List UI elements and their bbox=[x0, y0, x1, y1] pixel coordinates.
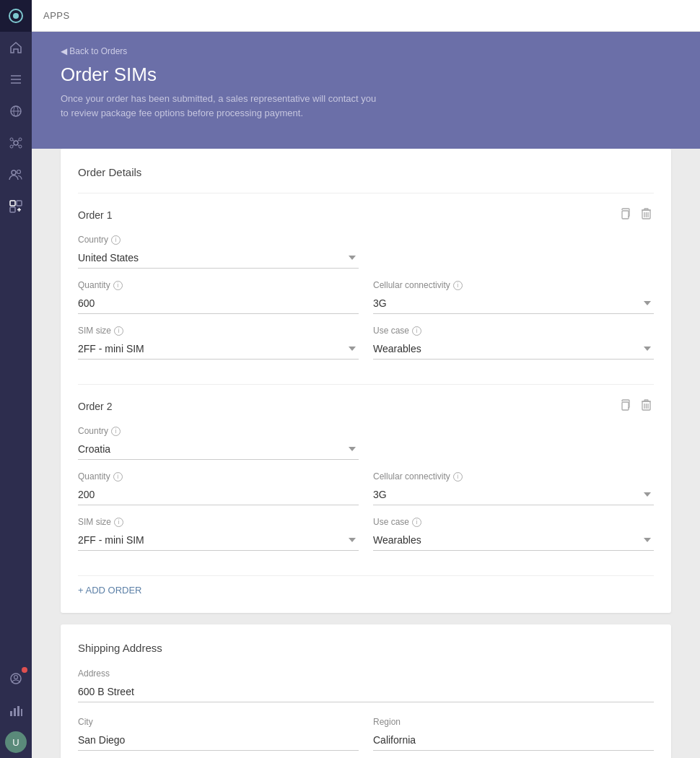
avatar-initials: U bbox=[12, 737, 19, 748]
shipping-address-card: Shipping Address Address City Region Cal… bbox=[61, 624, 671, 758]
order-2-copy-button[interactable] bbox=[617, 398, 633, 414]
sidebar-logo[interactable] bbox=[0, 0, 32, 32]
content-area: Order Details Order 1 bbox=[32, 149, 700, 758]
order-1-sim-label: SIM size i bbox=[78, 326, 359, 336]
svg-rect-29 bbox=[21, 709, 22, 716]
order-1-sim-usecase-row: SIM size i 2FF - mini SIM 3FF - micro SI… bbox=[78, 326, 654, 360]
shipping-address-label: Address bbox=[78, 668, 654, 679]
sidebar-item-analytics[interactable] bbox=[0, 694, 32, 726]
order-2-country-row: Country i Croatia United States Germany bbox=[78, 426, 654, 460]
svg-point-25 bbox=[14, 676, 18, 679]
order-2-header: Order 2 bbox=[78, 398, 654, 414]
order-1-quantity-info-icon[interactable]: i bbox=[113, 281, 123, 290]
order-1-sim-group: SIM size i 2FF - mini SIM 3FF - micro SI… bbox=[78, 326, 359, 360]
page-title: Order SIMs bbox=[61, 64, 671, 86]
shipping-city-col: City bbox=[78, 717, 359, 751]
page-subtitle: Once your order has been submitted, a sa… bbox=[61, 92, 378, 120]
order-1-cellular-info-icon[interactable]: i bbox=[453, 281, 463, 290]
svg-rect-36 bbox=[622, 402, 629, 410]
order-1-quantity-label: Quantity i bbox=[78, 280, 359, 290]
order-1-sim-info-icon[interactable]: i bbox=[114, 326, 123, 336]
order-1-copy-button[interactable] bbox=[617, 206, 633, 223]
order-2-cellular-info-icon[interactable]: i bbox=[453, 472, 463, 482]
shipping-city-label: City bbox=[78, 717, 359, 727]
order-2-country-info-icon[interactable]: i bbox=[111, 427, 121, 436]
svg-rect-19 bbox=[10, 201, 15, 206]
shipping-region-label: Region bbox=[373, 717, 654, 727]
svg-rect-27 bbox=[14, 708, 16, 716]
order-2-usecase-label: Use case i bbox=[373, 517, 654, 527]
sidebar-item-notifications[interactable] bbox=[0, 663, 32, 694]
sidebar-item-globe[interactable] bbox=[0, 95, 32, 127]
sidebar-item-grid-add[interactable] bbox=[0, 191, 32, 222]
order-2-sim-group: SIM size i 2FF - mini SIM 3FF - micro SI… bbox=[78, 517, 359, 551]
order-2-quantity-input[interactable] bbox=[78, 484, 359, 505]
svg-point-18 bbox=[17, 170, 21, 174]
sidebar-item-network[interactable] bbox=[0, 127, 32, 159]
shipping-city-region-row: City Region California New York Texas bbox=[78, 717, 654, 751]
order-2-country-select[interactable]: Croatia United States Germany bbox=[78, 439, 359, 460]
order-1-header: Order 1 bbox=[78, 206, 654, 223]
order-2-quantity-label: Quantity i bbox=[78, 471, 359, 482]
topbar-apps-label: APPS bbox=[43, 10, 70, 21]
order-1-quantity-group: Quantity i bbox=[78, 280, 359, 314]
add-order-button[interactable]: + ADD ORDER bbox=[78, 576, 142, 596]
order-2-quantity-info-icon[interactable]: i bbox=[113, 472, 123, 482]
sidebar-item-list[interactable] bbox=[0, 64, 32, 95]
svg-point-10 bbox=[19, 138, 22, 141]
svg-line-13 bbox=[13, 140, 14, 141]
sidebar: U bbox=[0, 0, 32, 758]
order-2-country-spacer bbox=[373, 426, 654, 460]
order-2-sim-select[interactable]: 2FF - mini SIM 3FF - micro SIM 4FF - nan… bbox=[78, 530, 359, 551]
order-1-cellular-select[interactable]: 3G 4G 5G bbox=[373, 293, 654, 314]
order-1-country-spacer bbox=[373, 235, 654, 269]
notification-badge-dot bbox=[22, 667, 27, 673]
shipping-title: Shipping Address bbox=[78, 642, 654, 654]
order-1-country-info-icon[interactable]: i bbox=[111, 235, 121, 245]
shipping-region-select[interactable]: California New York Texas bbox=[373, 730, 654, 751]
order-1-quantity-input[interactable] bbox=[78, 293, 359, 314]
order-2-cellular-group: Cellular connectivity i 3G 4G 5G bbox=[373, 471, 654, 505]
sidebar-avatar[interactable]: U bbox=[0, 726, 32, 758]
order-2-usecase-select[interactable]: Wearables Automotive Industrial bbox=[373, 530, 654, 551]
order-2-sim-label: SIM size i bbox=[78, 517, 359, 527]
order-1-cellular-group: Cellular connectivity i 3G 4G 5G bbox=[373, 280, 654, 314]
svg-line-14 bbox=[17, 140, 19, 141]
order-1-actions bbox=[617, 206, 654, 223]
order-1-sim-select[interactable]: 2FF - mini SIM 3FF - micro SIM 4FF - nan… bbox=[78, 339, 359, 360]
order-2-sim-info-icon[interactable]: i bbox=[114, 518, 123, 527]
order-1-delete-button[interactable] bbox=[639, 206, 654, 223]
order-2-country-group: Country i Croatia United States Germany bbox=[78, 426, 359, 460]
order-1-block: Order 1 bbox=[78, 193, 654, 384]
shipping-address-group: Address bbox=[78, 668, 654, 702]
svg-point-17 bbox=[12, 170, 16, 175]
svg-line-15 bbox=[13, 144, 14, 146]
order-1-cellular-label: Cellular connectivity i bbox=[373, 280, 654, 290]
svg-rect-30 bbox=[622, 211, 629, 219]
svg-rect-28 bbox=[17, 706, 19, 716]
order-2-delete-button[interactable] bbox=[639, 398, 654, 414]
order-2-sim-usecase-row: SIM size i 2FF - mini SIM 3FF - micro SI… bbox=[78, 517, 654, 551]
back-to-orders-link[interactable]: ◀ Back to Orders bbox=[61, 46, 671, 56]
order-1-usecase-label: Use case i bbox=[373, 326, 654, 336]
order-1-usecase-info-icon[interactable]: i bbox=[412, 326, 421, 336]
order-1-country-select[interactable]: United States Croatia Germany France bbox=[78, 248, 359, 269]
order-1-country-label: Country i bbox=[78, 235, 359, 245]
shipping-city-input[interactable] bbox=[78, 730, 359, 751]
order-details-card: Order Details Order 1 bbox=[61, 149, 671, 613]
order-2-actions bbox=[617, 398, 654, 414]
order-1-label: Order 1 bbox=[78, 209, 112, 221]
svg-rect-21 bbox=[10, 207, 15, 212]
svg-line-16 bbox=[17, 144, 19, 146]
order-2-usecase-info-icon[interactable]: i bbox=[412, 518, 421, 527]
order-2-cellular-label: Cellular connectivity i bbox=[373, 471, 654, 482]
order-1-usecase-select[interactable]: Wearables Automotive Industrial bbox=[373, 339, 654, 360]
topbar: APPS bbox=[32, 0, 700, 32]
order-2-usecase-group: Use case i Wearables Automotive Industri… bbox=[373, 517, 654, 551]
order-2-cellular-select[interactable]: 3G 4G 5G bbox=[373, 484, 654, 505]
sidebar-item-people[interactable] bbox=[0, 159, 32, 191]
order-2-label: Order 2 bbox=[78, 401, 112, 412]
shipping-address-input[interactable] bbox=[78, 681, 654, 702]
sidebar-item-home[interactable] bbox=[0, 32, 32, 64]
header-band: ◀ Back to Orders Order SIMs Once your or… bbox=[32, 32, 700, 149]
